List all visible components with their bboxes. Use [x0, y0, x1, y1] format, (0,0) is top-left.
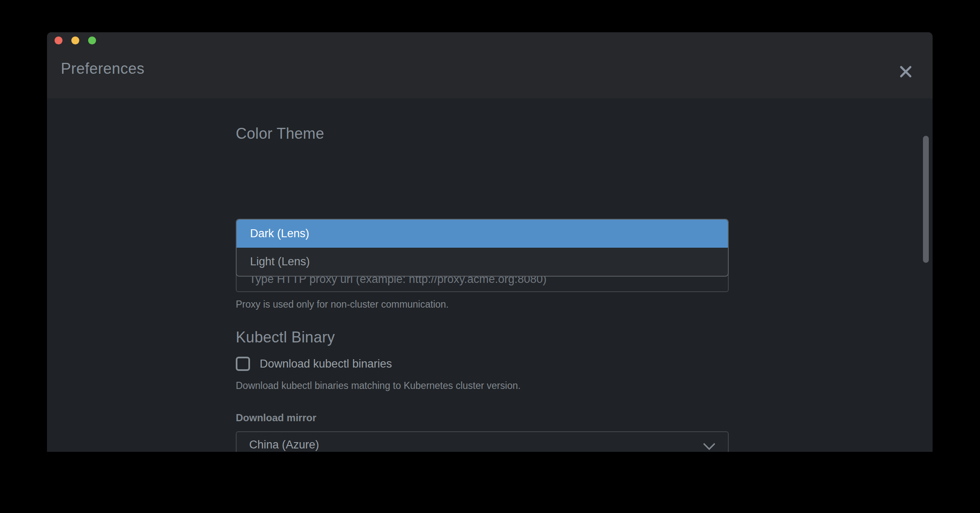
kubectl-binary-heading: Kubectl Binary	[236, 329, 335, 346]
minimize-traffic-button[interactable]	[71, 36, 79, 44]
chevron-down-icon	[703, 438, 716, 451]
color-theme-dropdown: Dark (Lens) Light (Lens)	[236, 219, 729, 277]
scrollbar-thumb[interactable]	[923, 136, 929, 263]
color-theme-heading: Color Theme	[236, 125, 324, 142]
traffic-lights	[55, 36, 96, 44]
close-button[interactable]	[897, 62, 915, 81]
titlebar: Preferences	[47, 32, 933, 98]
download-mirror-select-value: China (Azure)	[249, 432, 319, 452]
close-traffic-button[interactable]	[55, 36, 63, 44]
zoom-traffic-button[interactable]	[88, 36, 96, 44]
preferences-content: Color Theme Dark (Lens) Type HTTP proxy …	[47, 98, 933, 452]
http-proxy-hint: Proxy is used only for non-cluster commu…	[236, 299, 449, 310]
download-kubectl-checkbox[interactable]	[236, 357, 250, 371]
preferences-window: Preferences Color Theme Dark (Lens) Type…	[47, 32, 933, 452]
download-kubectl-hint: Download kubectl binaries matching to Ku…	[236, 380, 521, 391]
download-mirror-label: Download mirror	[236, 412, 316, 424]
download-mirror-select[interactable]: China (Azure)	[236, 431, 729, 452]
download-kubectl-label: Download kubectl binaries	[260, 358, 392, 370]
page-title: Preferences	[61, 60, 145, 78]
download-kubectl-checkbox-row[interactable]: Download kubectl binaries	[236, 357, 392, 371]
dropdown-option-dark-lens[interactable]: Dark (Lens)	[237, 220, 728, 248]
close-icon	[897, 63, 914, 80]
dropdown-option-light-lens[interactable]: Light (Lens)	[237, 248, 728, 276]
